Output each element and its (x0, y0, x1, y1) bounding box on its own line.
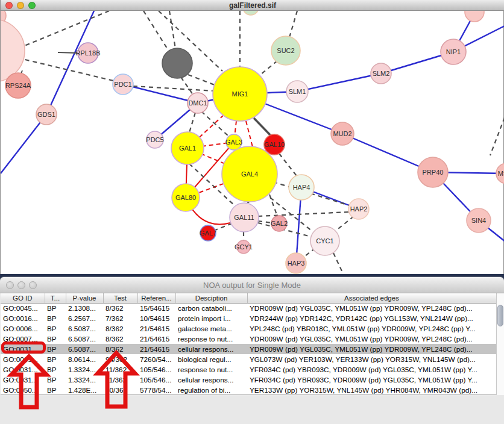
table-cell[interactable]: 8/362 (103, 323, 137, 334)
table-cell[interactable]: BP (45, 364, 66, 375)
table-cell[interactable]: 8/362 (103, 344, 137, 354)
table-cell[interactable]: 1.3324... (66, 375, 103, 385)
table-cell[interactable]: 80/362 (103, 385, 137, 395)
table-cell[interactable]: GO:0031... (1, 375, 45, 385)
table-row[interactable]: GO:0031...BP1.3324...11/362105/546...res… (1, 364, 496, 375)
table-row[interactable]: GO:0031...BP1.3324...11/362105/546...cel… (1, 375, 496, 385)
table-cell[interactable]: YDR009W (pd) YGL035C, YML051W (pp) YDR00… (247, 303, 496, 313)
table-cell[interactable]: galactose meta... (175, 323, 247, 334)
table-cell[interactable]: 5778/54... (137, 385, 175, 395)
network-edge[interactable] (260, 61, 277, 75)
table-row[interactable]: GO:0031...BP6.5087...8/36221/54615cellul… (1, 344, 496, 354)
table-cell[interactable]: BP (45, 334, 66, 344)
network-edge[interactable] (259, 212, 348, 216)
table-cell[interactable]: cellular respons... (175, 344, 247, 354)
network-edge[interactable] (189, 113, 195, 132)
node-unlabeled[interactable] (243, 11, 259, 15)
table-cell[interactable]: 7/362 (103, 313, 137, 323)
network-edge[interactable] (269, 195, 277, 216)
table-cell[interactable]: YFR034C (pd) YBR093C, YDR009W (pd) YGL03… (247, 364, 496, 375)
table-cell[interactable]: BP (45, 375, 66, 385)
table-cell[interactable]: 105/546... (137, 364, 175, 375)
table-cell[interactable]: GO:0045... (1, 303, 45, 313)
noa-window-titlebar[interactable]: NOA output for Single Mode (0, 277, 504, 293)
table-cell[interactable]: 11/362 (103, 364, 137, 375)
network-edge[interactable] (490, 117, 504, 155)
table-row[interactable]: GO:0016...BP6.2567...7/36210/54615protei… (1, 313, 496, 323)
scrollbar-thumb[interactable] (497, 305, 503, 326)
table-cell[interactable]: YGL073W (pd) YER103W, YER133W (pp) YOR31… (247, 354, 496, 364)
table-row[interactable]: GO:0065...BP8.0614...94/3627260/54...bio… (1, 354, 496, 364)
table-cell[interactable]: protein import i... (175, 313, 247, 323)
network-edge[interactable] (181, 77, 193, 95)
table-cell[interactable]: YPL248C (pd) YBR018C, YML051W (pp) YDR00… (247, 323, 496, 334)
table-cell[interactable]: BP (45, 354, 66, 364)
network-edge[interactable] (336, 216, 354, 231)
table-row[interactable]: GO:0006...BP6.5087...8/36221/54615galact… (1, 323, 496, 334)
column-header-p-value[interactable]: P-value (66, 293, 103, 303)
network-edge[interactable] (1, 114, 46, 173)
network-edge[interactable] (333, 253, 342, 271)
table-cell[interactable]: BP (45, 323, 66, 334)
table-cell[interactable]: 94/362 (103, 354, 137, 364)
table-cell[interactable]: 21/54615 (137, 323, 175, 334)
column-header-test[interactable]: Test (103, 293, 137, 303)
table-cell[interactable]: carbon cataboli... (175, 303, 247, 313)
table-cell[interactable]: 6.5087... (66, 334, 103, 344)
table-cell[interactable]: YFR034C (pd) YBR093C, YDR009W (pd) YGL03… (247, 375, 496, 385)
table-cell[interactable]: cellular respons... (175, 375, 247, 385)
table-cell[interactable]: GO:0031... (1, 344, 45, 354)
table-cell[interactable]: 15/54615 (137, 303, 175, 313)
network-edge[interactable] (58, 52, 78, 53)
node-unlabeled[interactable] (465, 11, 484, 22)
table-cell[interactable]: GO:0050... (1, 385, 45, 395)
table-cell[interactable]: GO:0016... (1, 313, 45, 323)
table-cell[interactable]: BP (45, 303, 66, 313)
network-edge[interactable] (188, 75, 218, 86)
table-cell[interactable]: 21/54615 (137, 344, 175, 354)
network-edge[interactable] (279, 154, 297, 176)
table-cell[interactable]: GO:0007... (1, 334, 45, 344)
zoom-button[interactable] (28, 2, 36, 9)
table-cell[interactable]: regulation of bi... (175, 385, 247, 395)
vertical-scrollbar[interactable] (496, 293, 504, 395)
table-row[interactable]: GO:0050...BP1.428E...80/3625778/54...reg… (1, 385, 496, 395)
network-edge[interactable] (289, 11, 297, 37)
table-cell[interactable]: YDR009W (pd) YGL035C, YML051W (pp) YDR00… (247, 344, 496, 354)
network-edge[interactable] (246, 121, 253, 147)
table-cell[interactable]: YDR244W (pp) YDR142C, YDR142C (pp) YGL15… (247, 313, 496, 323)
node-unlabeled[interactable] (162, 48, 192, 78)
zoom-button[interactable] (29, 281, 37, 289)
table-cell[interactable]: 7260/54... (137, 354, 175, 364)
table-cell[interactable]: GO:0006... (1, 323, 45, 334)
table-row[interactable]: GO:0007...BP6.5087...8/36221/54615respon… (1, 334, 496, 344)
table-cell[interactable]: 105/546... (137, 375, 175, 385)
table-cell[interactable]: 2.1308... (66, 303, 103, 313)
column-header-go-id[interactable]: GO ID (1, 293, 45, 303)
network-edge[interactable] (297, 73, 381, 92)
table-cell[interactable]: GO:0065... (1, 354, 45, 364)
column-header-t-[interactable]: T... (45, 293, 66, 303)
table-cell[interactable]: BP (45, 313, 66, 323)
minimize-button[interactable] (17, 2, 24, 9)
table-row[interactable]: GO:0045...BP2.1308...8/36215/54615carbon… (1, 303, 496, 313)
column-header-associated-edges[interactable]: Associated edges (247, 293, 496, 303)
network-edge[interactable] (258, 221, 272, 223)
table-cell[interactable]: BP (45, 344, 66, 354)
table-cell[interactable]: 6.5087... (66, 344, 103, 354)
close-button[interactable] (6, 281, 14, 289)
close-button[interactable] (5, 2, 13, 9)
table-cell[interactable]: biological regul... (175, 354, 247, 364)
table-cell[interactable]: GO:0031... (1, 364, 45, 375)
table-cell[interactable]: 6.5087... (66, 323, 103, 334)
network-edge[interactable] (17, 58, 113, 81)
minimize-button[interactable] (17, 281, 25, 289)
network-edge[interactable] (19, 11, 109, 48)
table-cell[interactable]: YDR009W (pd) YGL035C, YML051W (pp) YDR00… (247, 334, 496, 344)
table-cell[interactable]: 21/54615 (137, 334, 175, 344)
table-cell[interactable]: 11/362 (103, 375, 137, 385)
column-header-desciption[interactable]: Desciption (175, 293, 247, 303)
table-cell[interactable]: YER133W (pp) YOR315W, YNL145W (pd) YHR08… (247, 385, 496, 395)
network-edge[interactable] (169, 11, 175, 49)
graph-window-titlebar[interactable]: galFiltered.sif (1, 0, 504, 11)
